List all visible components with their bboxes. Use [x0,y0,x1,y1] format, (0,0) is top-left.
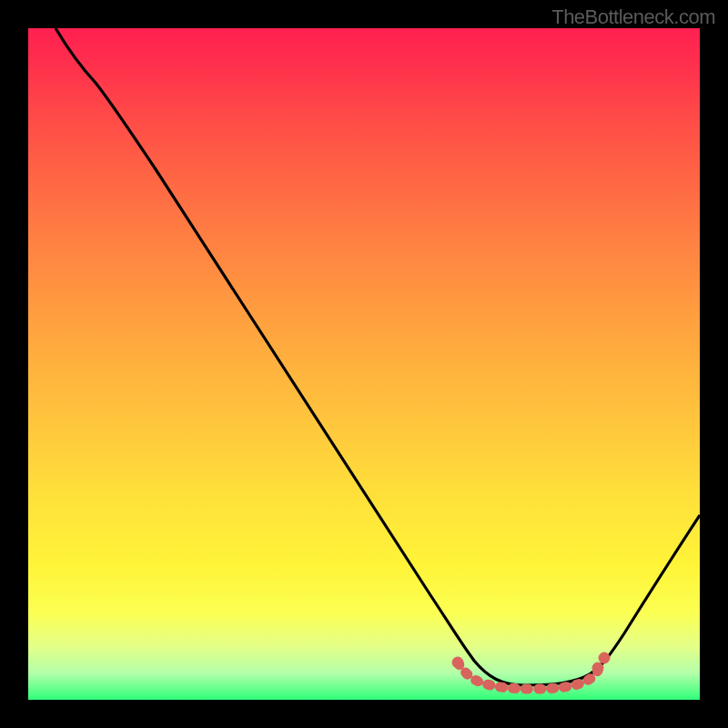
watermark-text: TheBottleneck.com [551,5,715,29]
plot-area [28,28,700,700]
svg-point-0 [452,657,463,668]
svg-point-1 [592,662,603,673]
svg-point-2 [599,652,610,663]
optimal-zone-markers [452,652,610,689]
chart-svg [28,28,700,700]
bottleneck-curve-line [56,28,700,685]
